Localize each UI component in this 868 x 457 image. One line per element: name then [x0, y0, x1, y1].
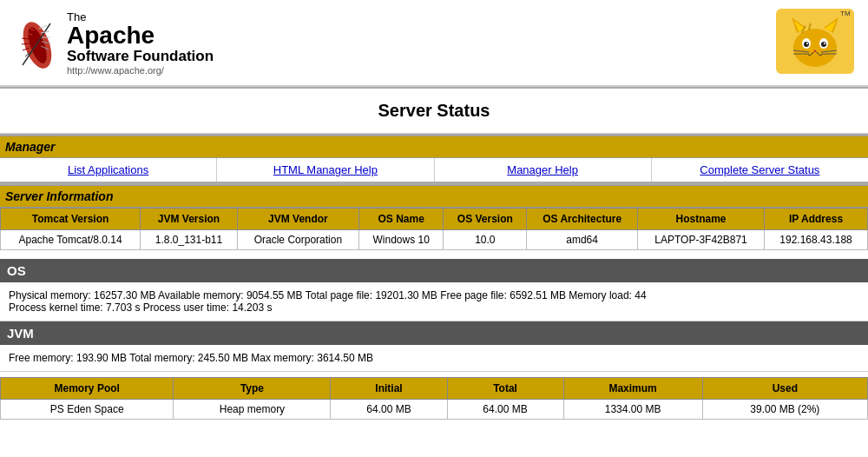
- html-manager-help-link[interactable]: HTML Manager Help: [273, 163, 378, 176]
- cell-os-name: Windows 10: [358, 230, 443, 250]
- col-ip-address: IP Address: [765, 209, 868, 230]
- jvm-section: JVM Free memory: 193.90 MB Total memory:…: [0, 321, 868, 420]
- tomcat-icon: TM: [776, 9, 854, 74]
- col-memory-pool: Memory Pool: [1, 378, 174, 400]
- col-total: Total: [447, 378, 563, 400]
- col-maximum: Maximum: [563, 378, 702, 400]
- os-process-line: Process kernel time: 7.703 s Process use…: [9, 301, 859, 314]
- server-info-section-header: Server Information: [0, 185, 868, 208]
- cell-used: 39.00 MB (2%): [702, 400, 867, 420]
- memory-pool-table: Memory Pool Type Initial Total Maximum U…: [0, 377, 868, 420]
- svg-point-15: [793, 29, 837, 67]
- jvm-memory-info: Free memory: 193.90 MB Total memory: 245…: [0, 345, 868, 372]
- nav-item-list-applications[interactable]: List Applications: [0, 158, 217, 182]
- cell-total: 64.00 MB: [447, 400, 563, 420]
- cell-os-version: 10.0: [444, 230, 527, 250]
- col-jvm-vendor: JVM Vendor: [237, 209, 358, 230]
- col-jvm-version: JVM Version: [141, 209, 238, 230]
- feather-icon: [14, 15, 62, 71]
- cell-tomcat-version: Apache Tomcat/8.0.14: [1, 230, 141, 250]
- page-header: The Apache Software Foundation http://ww…: [0, 0, 868, 87]
- os-section: OS Physical memory: 16257.30 MB Availabl…: [0, 259, 868, 321]
- cell-maximum: 1334.00 MB: [563, 400, 702, 420]
- os-memory-line: Physical memory: 16257.30 MB Available m…: [9, 289, 859, 301]
- cell-jvm-version: 1.8.0_131-b11: [141, 230, 238, 250]
- page-title: Server Status: [0, 89, 868, 134]
- nav-item-complete-server-status[interactable]: Complete Server Status: [652, 158, 868, 182]
- list-applications-link[interactable]: List Applications: [68, 163, 148, 176]
- svg-text:TM: TM: [840, 10, 851, 17]
- mem-table-header-row: Memory Pool Type Initial Total Maximum U…: [1, 378, 868, 400]
- col-os-version: OS Version: [444, 209, 527, 230]
- logo-text-block: The Apache Software Foundation http://ww…: [67, 10, 214, 76]
- cell-hostname: LAPTOP-3F42B871: [637, 230, 764, 250]
- server-info-table: Tomcat Version JVM Version JVM Vendor OS…: [0, 208, 868, 250]
- url-label: http://www.apache.org/: [67, 65, 214, 76]
- cell-pool-name: PS Eden Space: [1, 400, 174, 420]
- server-info-header-row: Tomcat Version JVM Version JVM Vendor OS…: [1, 209, 868, 230]
- os-section-content: Physical memory: 16257.30 MB Available m…: [0, 282, 868, 321]
- server-info-data-row: Apache Tomcat/8.0.14 1.8.0_131-b11 Oracl…: [1, 230, 868, 250]
- cell-initial: 64.00 MB: [331, 400, 447, 420]
- col-hostname: Hostname: [637, 209, 764, 230]
- svg-point-24: [806, 43, 808, 44]
- cell-os-arch: amd64: [527, 230, 638, 250]
- complete-server-status-link[interactable]: Complete Server Status: [700, 163, 819, 176]
- nav-item-manager-help[interactable]: Manager Help: [435, 158, 652, 182]
- col-initial: Initial: [331, 378, 447, 400]
- logo-area: The Apache Software Foundation http://ww…: [14, 10, 214, 76]
- svg-point-22: [804, 42, 809, 47]
- col-tomcat-version: Tomcat Version: [1, 209, 141, 230]
- software-foundation-label: Software Foundation: [67, 48, 214, 65]
- col-used: Used: [702, 378, 867, 400]
- apache-label: Apache: [67, 23, 214, 48]
- os-section-header: OS: [0, 259, 868, 282]
- manager-nav: List Applications HTML Manager Help Mana…: [0, 158, 868, 183]
- mem-table-row: PS Eden Space Heap memory 64.00 MB 64.00…: [1, 400, 868, 420]
- cell-ip-address: 192.168.43.188: [765, 230, 868, 250]
- manager-help-link[interactable]: Manager Help: [507, 163, 578, 176]
- col-os-name: OS Name: [358, 209, 443, 230]
- cell-jvm-vendor: Oracle Corporation: [237, 230, 358, 250]
- nav-item-html-manager-help[interactable]: HTML Manager Help: [217, 158, 434, 182]
- tomcat-mascot: TM: [776, 9, 854, 76]
- col-type: Type: [174, 378, 331, 400]
- col-os-arch: OS Architecture: [527, 209, 638, 230]
- cell-type: Heap memory: [174, 400, 331, 420]
- manager-section-header: Manager: [0, 136, 868, 158]
- svg-point-23: [821, 42, 826, 47]
- jvm-section-header: JVM: [0, 321, 868, 345]
- svg-point-25: [824, 43, 825, 44]
